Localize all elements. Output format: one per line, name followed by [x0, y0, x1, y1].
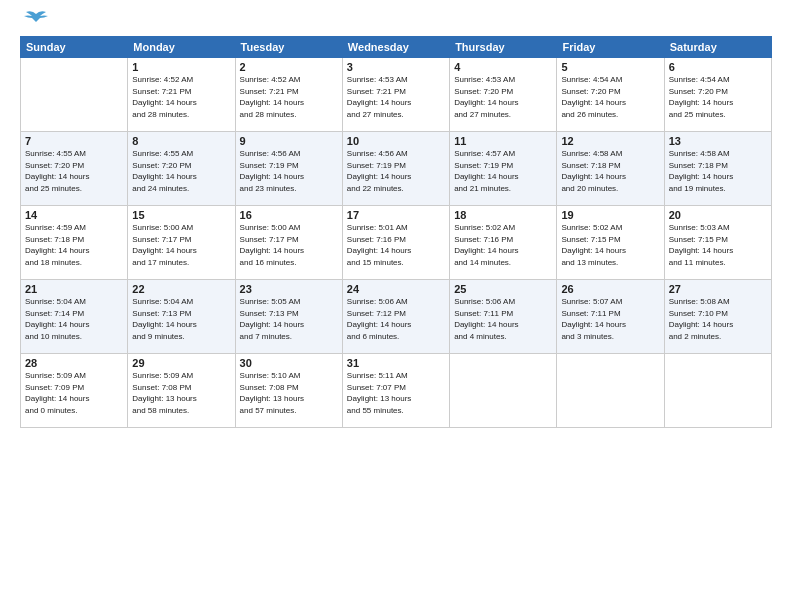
- calendar-week-row: 1Sunrise: 4:52 AM Sunset: 7:21 PM Daylig…: [21, 58, 772, 132]
- calendar-cell: 9Sunrise: 4:56 AM Sunset: 7:19 PM Daylig…: [235, 132, 342, 206]
- calendar-week-row: 14Sunrise: 4:59 AM Sunset: 7:18 PM Dayli…: [21, 206, 772, 280]
- header-row: SundayMondayTuesdayWednesdayThursdayFrid…: [21, 37, 772, 58]
- weekday-header: Sunday: [21, 37, 128, 58]
- calendar-cell: 26Sunrise: 5:07 AM Sunset: 7:11 PM Dayli…: [557, 280, 664, 354]
- day-info: Sunrise: 4:57 AM Sunset: 7:19 PM Dayligh…: [454, 148, 552, 194]
- calendar-cell: [557, 354, 664, 428]
- calendar-cell: 8Sunrise: 4:55 AM Sunset: 7:20 PM Daylig…: [128, 132, 235, 206]
- calendar-cell: 29Sunrise: 5:09 AM Sunset: 7:08 PM Dayli…: [128, 354, 235, 428]
- day-number: 29: [132, 357, 230, 369]
- day-number: 10: [347, 135, 445, 147]
- weekday-header: Friday: [557, 37, 664, 58]
- day-number: 25: [454, 283, 552, 295]
- page: SundayMondayTuesdayWednesdayThursdayFrid…: [0, 0, 792, 612]
- day-number: 7: [25, 135, 123, 147]
- day-info: Sunrise: 5:04 AM Sunset: 7:14 PM Dayligh…: [25, 296, 123, 342]
- day-number: 26: [561, 283, 659, 295]
- calendar-cell: 20Sunrise: 5:03 AM Sunset: 7:15 PM Dayli…: [664, 206, 771, 280]
- day-info: Sunrise: 4:55 AM Sunset: 7:20 PM Dayligh…: [132, 148, 230, 194]
- day-number: 6: [669, 61, 767, 73]
- weekday-header: Thursday: [450, 37, 557, 58]
- calendar-body: 1Sunrise: 4:52 AM Sunset: 7:21 PM Daylig…: [21, 58, 772, 428]
- calendar-cell: 16Sunrise: 5:00 AM Sunset: 7:17 PM Dayli…: [235, 206, 342, 280]
- bird-icon: [22, 10, 50, 30]
- day-info: Sunrise: 4:56 AM Sunset: 7:19 PM Dayligh…: [347, 148, 445, 194]
- day-info: Sunrise: 4:58 AM Sunset: 7:18 PM Dayligh…: [561, 148, 659, 194]
- day-number: 18: [454, 209, 552, 221]
- day-info: Sunrise: 5:11 AM Sunset: 7:07 PM Dayligh…: [347, 370, 445, 416]
- calendar-cell: 30Sunrise: 5:10 AM Sunset: 7:08 PM Dayli…: [235, 354, 342, 428]
- day-number: 19: [561, 209, 659, 221]
- day-info: Sunrise: 5:01 AM Sunset: 7:16 PM Dayligh…: [347, 222, 445, 268]
- day-info: Sunrise: 4:53 AM Sunset: 7:20 PM Dayligh…: [454, 74, 552, 120]
- calendar-week-row: 28Sunrise: 5:09 AM Sunset: 7:09 PM Dayli…: [21, 354, 772, 428]
- day-info: Sunrise: 5:07 AM Sunset: 7:11 PM Dayligh…: [561, 296, 659, 342]
- calendar-cell: 24Sunrise: 5:06 AM Sunset: 7:12 PM Dayli…: [342, 280, 449, 354]
- calendar-cell: 27Sunrise: 5:08 AM Sunset: 7:10 PM Dayli…: [664, 280, 771, 354]
- weekday-header: Saturday: [664, 37, 771, 58]
- calendar-cell: 13Sunrise: 4:58 AM Sunset: 7:18 PM Dayli…: [664, 132, 771, 206]
- day-info: Sunrise: 4:54 AM Sunset: 7:20 PM Dayligh…: [669, 74, 767, 120]
- day-number: 22: [132, 283, 230, 295]
- logo: [20, 18, 50, 30]
- day-info: Sunrise: 4:52 AM Sunset: 7:21 PM Dayligh…: [132, 74, 230, 120]
- day-number: 31: [347, 357, 445, 369]
- calendar-cell: 2Sunrise: 4:52 AM Sunset: 7:21 PM Daylig…: [235, 58, 342, 132]
- day-number: 12: [561, 135, 659, 147]
- day-number: 24: [347, 283, 445, 295]
- calendar-cell: 25Sunrise: 5:06 AM Sunset: 7:11 PM Dayli…: [450, 280, 557, 354]
- day-info: Sunrise: 4:53 AM Sunset: 7:21 PM Dayligh…: [347, 74, 445, 120]
- day-number: 23: [240, 283, 338, 295]
- day-info: Sunrise: 5:06 AM Sunset: 7:11 PM Dayligh…: [454, 296, 552, 342]
- day-number: 15: [132, 209, 230, 221]
- calendar-cell: 4Sunrise: 4:53 AM Sunset: 7:20 PM Daylig…: [450, 58, 557, 132]
- day-info: Sunrise: 4:52 AM Sunset: 7:21 PM Dayligh…: [240, 74, 338, 120]
- calendar-cell: 21Sunrise: 5:04 AM Sunset: 7:14 PM Dayli…: [21, 280, 128, 354]
- calendar-cell: [21, 58, 128, 132]
- day-number: 17: [347, 209, 445, 221]
- day-number: 14: [25, 209, 123, 221]
- calendar-week-row: 21Sunrise: 5:04 AM Sunset: 7:14 PM Dayli…: [21, 280, 772, 354]
- calendar-cell: 10Sunrise: 4:56 AM Sunset: 7:19 PM Dayli…: [342, 132, 449, 206]
- day-number: 13: [669, 135, 767, 147]
- day-info: Sunrise: 4:56 AM Sunset: 7:19 PM Dayligh…: [240, 148, 338, 194]
- calendar-week-row: 7Sunrise: 4:55 AM Sunset: 7:20 PM Daylig…: [21, 132, 772, 206]
- calendar-cell: 6Sunrise: 4:54 AM Sunset: 7:20 PM Daylig…: [664, 58, 771, 132]
- day-info: Sunrise: 4:54 AM Sunset: 7:20 PM Dayligh…: [561, 74, 659, 120]
- day-info: Sunrise: 5:00 AM Sunset: 7:17 PM Dayligh…: [132, 222, 230, 268]
- day-number: 28: [25, 357, 123, 369]
- calendar-cell: 7Sunrise: 4:55 AM Sunset: 7:20 PM Daylig…: [21, 132, 128, 206]
- calendar-cell: 23Sunrise: 5:05 AM Sunset: 7:13 PM Dayli…: [235, 280, 342, 354]
- calendar-cell: 17Sunrise: 5:01 AM Sunset: 7:16 PM Dayli…: [342, 206, 449, 280]
- day-number: 27: [669, 283, 767, 295]
- weekday-header: Wednesday: [342, 37, 449, 58]
- day-number: 3: [347, 61, 445, 73]
- calendar-cell: [450, 354, 557, 428]
- weekday-header: Tuesday: [235, 37, 342, 58]
- day-info: Sunrise: 5:08 AM Sunset: 7:10 PM Dayligh…: [669, 296, 767, 342]
- day-info: Sunrise: 5:02 AM Sunset: 7:15 PM Dayligh…: [561, 222, 659, 268]
- day-info: Sunrise: 4:55 AM Sunset: 7:20 PM Dayligh…: [25, 148, 123, 194]
- day-info: Sunrise: 5:03 AM Sunset: 7:15 PM Dayligh…: [669, 222, 767, 268]
- day-number: 16: [240, 209, 338, 221]
- header: [20, 18, 772, 30]
- calendar-cell: 15Sunrise: 5:00 AM Sunset: 7:17 PM Dayli…: [128, 206, 235, 280]
- day-info: Sunrise: 5:09 AM Sunset: 7:09 PM Dayligh…: [25, 370, 123, 416]
- day-number: 8: [132, 135, 230, 147]
- calendar-table: SundayMondayTuesdayWednesdayThursdayFrid…: [20, 36, 772, 428]
- calendar-cell: 31Sunrise: 5:11 AM Sunset: 7:07 PM Dayli…: [342, 354, 449, 428]
- calendar-cell: [664, 354, 771, 428]
- day-info: Sunrise: 4:59 AM Sunset: 7:18 PM Dayligh…: [25, 222, 123, 268]
- day-info: Sunrise: 5:04 AM Sunset: 7:13 PM Dayligh…: [132, 296, 230, 342]
- day-info: Sunrise: 5:06 AM Sunset: 7:12 PM Dayligh…: [347, 296, 445, 342]
- calendar-cell: 11Sunrise: 4:57 AM Sunset: 7:19 PM Dayli…: [450, 132, 557, 206]
- calendar-cell: 18Sunrise: 5:02 AM Sunset: 7:16 PM Dayli…: [450, 206, 557, 280]
- day-info: Sunrise: 4:58 AM Sunset: 7:18 PM Dayligh…: [669, 148, 767, 194]
- calendar-cell: 28Sunrise: 5:09 AM Sunset: 7:09 PM Dayli…: [21, 354, 128, 428]
- calendar-cell: 22Sunrise: 5:04 AM Sunset: 7:13 PM Dayli…: [128, 280, 235, 354]
- calendar-cell: 19Sunrise: 5:02 AM Sunset: 7:15 PM Dayli…: [557, 206, 664, 280]
- day-info: Sunrise: 5:02 AM Sunset: 7:16 PM Dayligh…: [454, 222, 552, 268]
- day-number: 9: [240, 135, 338, 147]
- day-number: 5: [561, 61, 659, 73]
- day-number: 30: [240, 357, 338, 369]
